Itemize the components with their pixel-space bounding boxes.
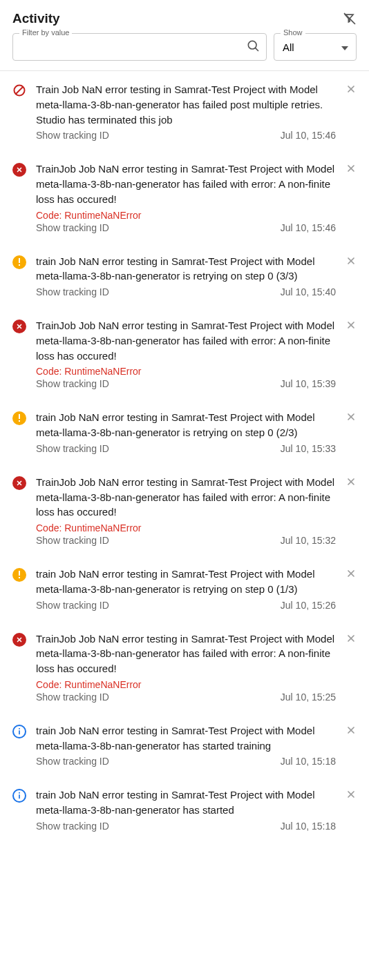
activity-message: TrainJob Job NaN error testing in Samrat… <box>36 318 336 363</box>
filter-legend: Filter by value <box>19 28 72 37</box>
dismiss-button[interactable] <box>346 255 357 269</box>
dismiss-button[interactable] <box>346 84 357 97</box>
activity-body: train Job NaN error testing in Samrat-Te… <box>36 254 336 298</box>
dismiss-button[interactable] <box>346 411 357 425</box>
show-tracking-id-link[interactable]: Show tracking ID <box>36 821 109 832</box>
activity-timestamp: Jul 10, 15:25 <box>281 692 336 703</box>
error-icon <box>12 163 26 177</box>
close-icon <box>346 163 357 174</box>
activity-body: train Job NaN error testing in Samrat-Te… <box>36 787 336 832</box>
activity-body: train Job NaN error testing in Samrat-Te… <box>36 723 336 767</box>
close-icon <box>346 476 357 487</box>
activity-footer: Show tracking ID Jul 10, 15:40 <box>36 286 336 297</box>
show-tracking-id-link[interactable]: Show tracking ID <box>36 222 109 233</box>
activity-body: train Job NaN error testing in Samrat-Te… <box>36 567 336 611</box>
activity-footer: Show tracking ID Jul 10, 15:18 <box>36 821 336 832</box>
show-tracking-id-link[interactable]: Show tracking ID <box>36 130 109 141</box>
svg-rect-20 <box>19 420 20 422</box>
activity-timestamp: Jul 10, 15:26 <box>281 600 336 611</box>
activity-code: Code: RuntimeNaNError <box>36 210 336 221</box>
status-icon <box>12 476 26 490</box>
activity-message: TrainJob Job NaN error testing in Samrat… <box>36 631 336 676</box>
show-legend: Show <box>281 28 305 37</box>
activity-message: TrainJob Job NaN error testing in Samrat… <box>36 475 336 520</box>
show-tracking-id-link[interactable]: Show tracking ID <box>36 378 109 389</box>
show-field: Show All <box>274 33 357 61</box>
svg-rect-36 <box>19 730 20 734</box>
activity-item: TrainJob Job NaN error testing in Samrat… <box>0 307 369 399</box>
close-icon <box>346 725 357 736</box>
warning-icon <box>12 568 26 582</box>
close-icon <box>346 789 357 800</box>
activity-item: TrainJob Job NaN error testing in Samrat… <box>0 464 369 556</box>
close-icon <box>346 411 357 422</box>
status-icon <box>12 411 26 425</box>
status-icon <box>12 725 26 738</box>
activity-timestamp: Jul 10, 15:39 <box>281 378 336 389</box>
svg-point-1 <box>248 41 256 49</box>
show-tracking-id-link[interactable]: Show tracking ID <box>36 286 109 297</box>
search-icon[interactable] <box>246 39 260 55</box>
activity-code: Code: RuntimeNaNError <box>36 679 336 690</box>
dismiss-button[interactable] <box>346 568 357 582</box>
svg-rect-27 <box>19 571 20 576</box>
dismiss-button[interactable] <box>346 725 357 738</box>
close-icon <box>346 320 357 331</box>
dismiss-button[interactable] <box>346 633 357 647</box>
activity-message: train Job NaN error testing in Samrat-Te… <box>36 723 336 754</box>
dismiss-button[interactable] <box>346 789 357 803</box>
status-icon <box>12 568 26 582</box>
activity-item: train Job NaN error testing in Samrat-Te… <box>0 243 369 308</box>
dismiss-button[interactable] <box>346 320 357 333</box>
show-select[interactable]: All <box>274 33 357 61</box>
activity-body: TrainJob Job NaN error testing in Samrat… <box>36 161 336 233</box>
svg-rect-28 <box>19 577 20 578</box>
svg-rect-35 <box>19 728 20 729</box>
activity-message: train Job NaN error testing in Samrat-Te… <box>36 410 336 440</box>
filter-field: Filter by value <box>12 33 267 61</box>
activity-timestamp: Jul 10, 15:18 <box>281 821 336 832</box>
activity-timestamp: Jul 10, 15:46 <box>281 222 336 233</box>
filter-off-button[interactable] <box>343 12 357 26</box>
activity-timestamp: Jul 10, 15:46 <box>281 130 336 141</box>
activity-footer: Show tracking ID Jul 10, 15:46 <box>36 130 336 141</box>
error-icon <box>12 476 26 490</box>
activity-footer: Show tracking ID Jul 10, 15:25 <box>36 692 336 703</box>
show-tracking-id-link[interactable]: Show tracking ID <box>36 535 109 546</box>
svg-rect-19 <box>19 414 20 419</box>
info-icon <box>12 789 26 803</box>
svg-line-2 <box>256 48 258 51</box>
activity-footer: Show tracking ID Jul 10, 15:26 <box>36 600 336 611</box>
status-icon <box>12 163 26 177</box>
warning-icon <box>12 411 26 425</box>
activity-timestamp: Jul 10, 15:33 <box>281 443 336 454</box>
status-icon <box>12 789 26 803</box>
activity-body: TrainJob Job NaN error testing in Samrat… <box>36 631 336 703</box>
filter-input[interactable] <box>12 33 267 61</box>
activity-body: train Job NaN error testing in Samrat-Te… <box>36 410 336 454</box>
activity-item: train Job NaN error testing in Samrat-Te… <box>0 712 369 777</box>
activity-timestamp: Jul 10, 15:18 <box>281 756 336 767</box>
dismiss-button[interactable] <box>346 163 357 177</box>
show-tracking-id-link[interactable]: Show tracking ID <box>36 692 109 703</box>
show-tracking-id-link[interactable]: Show tracking ID <box>36 443 109 454</box>
activity-item: Train Job NaN error testing in Samrat-Te… <box>0 71 369 150</box>
dismiss-button[interactable] <box>346 476 357 490</box>
activity-timestamp: Jul 10, 15:32 <box>281 535 336 546</box>
activity-code: Code: RuntimeNaNError <box>36 366 336 377</box>
activity-footer: Show tracking ID Jul 10, 15:32 <box>36 535 336 546</box>
svg-line-4 <box>16 87 23 94</box>
error-icon <box>12 320 26 333</box>
svg-rect-11 <box>19 258 20 263</box>
activity-list: Train Job NaN error testing in Samrat-Te… <box>0 71 369 841</box>
close-icon <box>346 633 357 644</box>
activity-timestamp: Jul 10, 15:40 <box>281 286 336 297</box>
close-icon <box>346 568 357 579</box>
show-tracking-id-link[interactable]: Show tracking ID <box>36 600 109 611</box>
show-tracking-id-link[interactable]: Show tracking ID <box>36 756 109 767</box>
status-icon <box>12 84 26 97</box>
activity-body: TrainJob Job NaN error testing in Samrat… <box>36 475 336 546</box>
filter-off-icon <box>343 12 357 26</box>
forbid-icon <box>12 83 26 98</box>
activity-item: TrainJob Job NaN error testing in Samrat… <box>0 150 369 242</box>
